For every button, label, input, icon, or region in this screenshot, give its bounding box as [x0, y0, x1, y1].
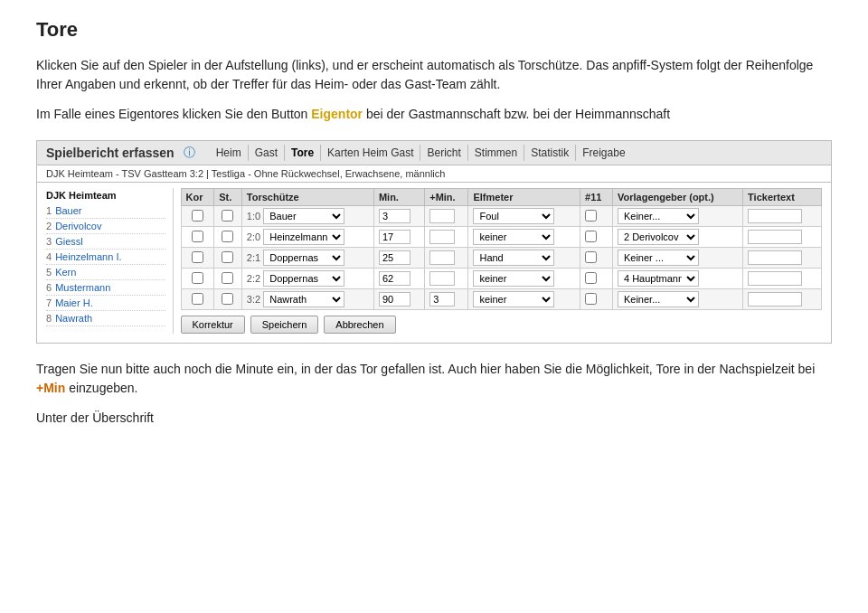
vorlagengeber-select-1[interactable]: Keiner... [618, 208, 699, 224]
ticker-input-5[interactable] [748, 292, 802, 306]
elfmeter-select-4[interactable]: keiner [473, 270, 554, 287]
list-item[interactable]: 3Giessl [46, 234, 165, 250]
nav-freigabe[interactable]: Freigabe [575, 145, 631, 161]
paragraph-2: Im Falle eines Eigentores klicken Sie de… [36, 105, 832, 124]
ticker-input-3[interactable] [748, 250, 802, 265]
korrektur-button[interactable]: Korrektur [181, 316, 245, 334]
scorer-select-1[interactable]: Bauer [263, 208, 344, 224]
left-panel-header: DJK Heimteam [46, 188, 165, 203]
col-elfmeter: Elfmeter [468, 189, 580, 206]
list-item[interactable]: 6Mustermann [46, 280, 165, 296]
ticker-input-1[interactable] [748, 209, 802, 223]
nav-heim[interactable]: Heim [210, 145, 248, 161]
scorer-select-3[interactable]: Doppernas [263, 250, 344, 266]
paragraph-3: Tragen Sie nun bitte auch noch die Minut… [36, 360, 832, 398]
hash11-checkbox-2[interactable] [585, 231, 597, 242]
list-item[interactable]: 8Nawrath [46, 311, 165, 326]
st-checkbox-2[interactable] [222, 231, 233, 242]
list-item[interactable]: 4Heinzelmann I. [46, 250, 165, 265]
p3-suffix: einzugeben. [65, 381, 137, 395]
scorer-select-2[interactable]: Heinzelmann I. [263, 229, 344, 245]
paragraph-1: Klicken Sie auf den Spieler in der Aufst… [36, 56, 832, 94]
col-tickertext: Tickertext [743, 189, 822, 206]
elfmeter-select-1[interactable]: Foul [473, 208, 554, 224]
nav-tore[interactable]: Tore [284, 145, 320, 161]
abbrechen-button[interactable]: Abbrechen [324, 316, 395, 334]
scorer-select-4[interactable]: Doppernas [263, 270, 344, 287]
speichern-button[interactable]: Speichern [250, 316, 319, 334]
hash11-checkbox-5[interactable] [585, 293, 597, 305]
st-checkbox-4[interactable] [222, 272, 233, 284]
vorlagengeber-select-3[interactable]: Keiner ... [618, 250, 699, 266]
st-checkbox-1[interactable] [222, 210, 233, 222]
p2-suffix: bei der Gastmannschaft bzw. bei der Heim… [363, 107, 670, 121]
nav-bericht[interactable]: Bericht [420, 145, 467, 161]
table-wrap: DJK Heimteam 1Bauer 2Derivolcov 3Giessl … [37, 183, 831, 343]
col-plus-min: +Min. [425, 189, 468, 206]
nav-statistik[interactable]: Statistik [524, 145, 575, 161]
match-info: DJK Heimteam - TSV Gastteam 3:2 | Testli… [37, 165, 831, 183]
list-item[interactable]: 2Derivolcov [46, 219, 165, 234]
col-hash11: #11 [580, 189, 613, 206]
min-input-2[interactable] [379, 230, 410, 244]
layout-table: DJK Heimteam 1Bauer 2Derivolcov 3Giessl … [46, 188, 822, 334]
plusmin-input-5[interactable] [429, 292, 455, 306]
vorlagengeber-select-4[interactable]: 4 Hauptmann [618, 270, 699, 287]
plusmin-input-2[interactable] [429, 230, 455, 244]
nav-karten[interactable]: Karten Heim Gast [320, 145, 420, 161]
eigentor-highlight: Eigentor [311, 107, 363, 121]
plusmin-highlight: +Min [36, 381, 65, 395]
hash11-checkbox-3[interactable] [585, 251, 597, 263]
action-buttons: Korrektur Speichern Abbrechen [181, 316, 823, 334]
info-icon[interactable]: ⓘ [184, 145, 195, 161]
plusmin-input-4[interactable] [429, 271, 455, 286]
goals-table: Kor St. Torschütze Min. +Min. Elfmeter #… [181, 188, 823, 310]
list-item[interactable]: 7Maier H. [46, 296, 165, 311]
vorlagengeber-select-5[interactable]: Keiner... [618, 291, 699, 307]
screenshot-title: Spielbericht erfassen [46, 146, 175, 160]
st-checkbox-3[interactable] [222, 251, 233, 263]
col-st: St. [214, 189, 242, 206]
hash11-checkbox-4[interactable] [585, 272, 597, 284]
nav-stimmen[interactable]: Stimmen [467, 145, 524, 161]
st-checkbox-5[interactable] [222, 293, 233, 305]
min-input-3[interactable] [379, 250, 410, 265]
p2-prefix: Im Falle eines Eigentores klicken Sie de… [36, 107, 311, 121]
col-vorlagengeber: Vorlagengeber (opt.) [612, 189, 742, 206]
elfmeter-select-2[interactable]: keiner [473, 229, 554, 245]
elfmeter-select-3[interactable]: Hand [473, 250, 554, 266]
p3-prefix: Tragen Sie nun bitte auch noch die Minut… [36, 362, 815, 376]
kor-checkbox-1[interactable] [192, 210, 203, 222]
nav-gast[interactable]: Gast [248, 145, 284, 161]
kor-checkbox-2[interactable] [192, 231, 203, 242]
kor-checkbox-4[interactable] [192, 272, 203, 284]
plusmin-input-1[interactable] [429, 209, 455, 223]
ticker-input-4[interactable] [748, 271, 802, 286]
top-nav: Spielbericht erfassen ⓘ Heim Gast Tore K… [37, 141, 831, 165]
min-input-1[interactable] [379, 209, 410, 223]
min-input-5[interactable] [379, 292, 410, 306]
vorlagengeber-select-2[interactable]: 2 Derivolcov [618, 229, 699, 245]
page-heading: Tore [36, 18, 832, 42]
list-item[interactable]: 5Kern [46, 265, 165, 280]
screenshot-box: Spielbericht erfassen ⓘ Heim Gast Tore K… [36, 140, 832, 344]
ticker-input-2[interactable] [748, 230, 802, 244]
table-row: 3:2 Nawrath keiner Keiner... [181, 289, 822, 310]
hash11-checkbox-1[interactable] [585, 210, 597, 222]
table-row: 2:2 Doppernas keiner 4 Hauptmann [181, 269, 822, 289]
col-min: Min. [373, 189, 424, 206]
table-row: 2:0 Heinzelmann I. keiner 2 Derivolcov [181, 227, 822, 248]
kor-checkbox-5[interactable] [192, 293, 203, 305]
list-item[interactable]: 1Bauer [46, 203, 165, 219]
player-list: 1Bauer 2Derivolcov 3Giessl 4Heinzelmann … [46, 203, 165, 326]
col-kor: Kor [181, 189, 214, 206]
col-torschuetze: Torschütze [241, 189, 373, 206]
nav-links: Heim Gast Tore Karten Heim Gast Bericht … [210, 145, 632, 161]
kor-checkbox-3[interactable] [192, 251, 203, 263]
paragraph-4: Unter der Überschrift [36, 409, 832, 428]
table-row: 2:1 Doppernas Hand Keiner ... [181, 248, 822, 269]
min-input-4[interactable] [379, 271, 410, 286]
elfmeter-select-5[interactable]: keiner [473, 291, 554, 307]
plusmin-input-3[interactable] [429, 250, 455, 265]
scorer-select-5[interactable]: Nawrath [263, 291, 344, 307]
